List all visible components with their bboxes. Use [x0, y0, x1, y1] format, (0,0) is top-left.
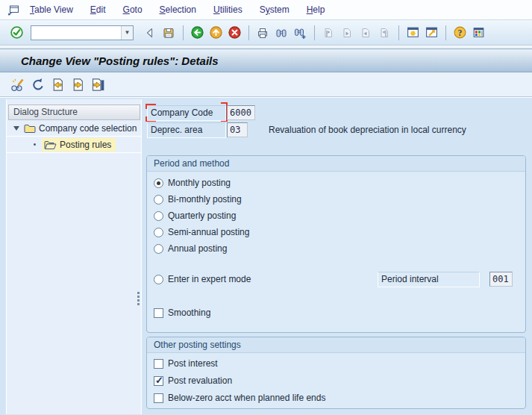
toolbar-separator [398, 25, 399, 40]
radio-monthly-posting[interactable]: Monthly posting [154, 176, 231, 190]
main-content: Dialog Structure Company code selection … [0, 97, 532, 414]
toolbar-separator [248, 25, 249, 40]
back-icon[interactable] [188, 24, 206, 42]
menu-goto[interactable]: Goto [123, 4, 143, 15]
save-icon[interactable] [160, 24, 178, 42]
tree-node-label: Company code selection [39, 123, 137, 134]
radio-button[interactable] [154, 228, 163, 237]
create-shortcut-icon[interactable] [422, 24, 440, 42]
group-header: Other posting settings [147, 337, 525, 353]
caret-down-icon[interactable] [13, 126, 19, 131]
menu-selection[interactable]: Selection [160, 4, 196, 15]
command-field: ▼ [31, 25, 134, 40]
tree-node-label: Posting rules [60, 140, 111, 150]
checkbox-smoothing[interactable]: Smoothing [154, 306, 210, 319]
folder-closed-icon [24, 123, 36, 134]
menu-bar: Table View Edit Goto Selection Utilities… [0, 0, 532, 20]
menu-help[interactable]: Help [307, 4, 325, 15]
menu-edit[interactable]: Edit [90, 4, 106, 15]
checkbox-post-interest[interactable]: Post interest [154, 357, 218, 370]
company-code-label: Company Code [147, 105, 226, 121]
title-bar: Change View "Posting rules": Details [0, 49, 532, 72]
selected-node-highlight[interactable]: Posting rules [42, 138, 116, 152]
back-step-icon[interactable] [141, 24, 159, 42]
radio-quarterly-posting[interactable]: Quarterly posting [154, 209, 236, 222]
panel-splitter-handle[interactable] [137, 290, 141, 307]
group-header: Period and method [147, 156, 525, 172]
checkbox[interactable] [154, 359, 163, 369]
menu-system[interactable]: System [260, 4, 290, 15]
radio-button[interactable] [154, 244, 163, 254]
other-posting-settings-group: Other posting settings Post interest Pos… [146, 337, 526, 409]
period-interval-label: Period interval [378, 272, 480, 287]
svg-text:?: ? [457, 28, 462, 38]
toolbar-separator [314, 25, 315, 40]
exit-icon[interactable] [207, 24, 225, 42]
radio-button[interactable] [154, 178, 163, 188]
bullet-icon [34, 143, 36, 146]
deprec-area-label: Deprec. area [147, 122, 226, 138]
customize-local-layout-icon[interactable] [469, 24, 487, 42]
display-change-icon[interactable] [7, 75, 28, 95]
command-field-input[interactable] [31, 27, 121, 39]
last-page-icon [375, 24, 393, 42]
checkbox[interactable] [154, 308, 163, 318]
undo-icon[interactable] [28, 75, 48, 95]
new-session-icon[interactable] [404, 24, 422, 42]
dialog-structure-header: Dialog Structure [8, 104, 140, 120]
sap-window: Table View Edit Goto Selection Utilities… [0, 0, 532, 415]
previous-page-icon [338, 24, 356, 42]
previous-entry-icon[interactable] [48, 75, 68, 95]
menu-utilities[interactable]: Utilities [213, 4, 242, 15]
checkbox[interactable] [154, 393, 163, 403]
radio-bi-monthly-posting[interactable]: Bi-monthly posting [154, 193, 242, 206]
system-menu-icon[interactable] [6, 2, 21, 17]
standard-toolbar: ▼ [0, 20, 532, 46]
folder-open-icon [44, 140, 57, 150]
menu-table-view[interactable]: Table View [30, 4, 73, 15]
radio-annual-posting[interactable]: Annual posting [154, 242, 227, 255]
dialog-structure-panel: Dialog Structure Company code selection … [6, 99, 142, 414]
print-icon[interactable] [254, 24, 272, 42]
next-page-icon [357, 24, 375, 42]
radio-button[interactable] [154, 275, 163, 284]
find-icon[interactable] [272, 24, 290, 42]
first-page-icon [319, 24, 337, 42]
radio-enter-in-expert-mode[interactable]: Enter in expert mode [154, 272, 251, 286]
tree-node-posting-rules[interactable]: Posting rules [7, 137, 141, 153]
cancel-icon[interactable] [225, 24, 243, 42]
deprec-area-description: Revaluation of book depreciation in loca… [269, 122, 466, 138]
page-title: Change View "Posting rules": Details [21, 54, 219, 67]
enter-icon[interactable] [7, 24, 25, 42]
checkbox[interactable] [154, 376, 163, 386]
other-entry-icon[interactable] [88, 75, 108, 95]
radio-button[interactable] [154, 195, 163, 205]
checkbox-below-zero-acct[interactable]: Below-zero acct when planned life ends [154, 391, 325, 405]
next-entry-icon[interactable] [68, 75, 88, 95]
period-and-method-group: Period and method Monthly posting Bi-mon… [146, 155, 526, 333]
checkbox-post-revaluation[interactable]: Post revaluation [154, 374, 232, 387]
help-icon[interactable]: ? [451, 24, 469, 42]
find-next-icon[interactable] [291, 24, 309, 42]
period-interval-field[interactable]: 001 [489, 272, 513, 287]
company-code-field[interactable]: 6000 [227, 105, 255, 120]
radio-semi-annual-posting[interactable]: Semi-annual posting [154, 225, 249, 239]
deprec-area-field[interactable]: 03 [227, 122, 248, 137]
toolbar-separator [445, 25, 446, 40]
radio-button[interactable] [154, 211, 163, 221]
command-dropdown-icon[interactable]: ▼ [121, 26, 133, 40]
application-toolbar [0, 72, 532, 97]
tree-node-company-code-selection[interactable]: Company code selection [7, 120, 141, 137]
toolbar-separator [183, 25, 184, 40]
